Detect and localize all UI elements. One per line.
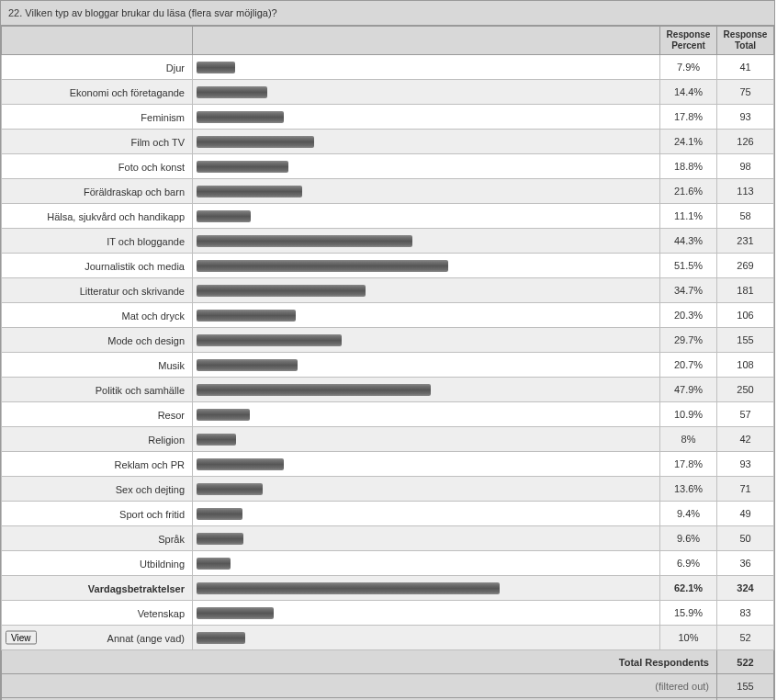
response-percent: 20.7% [660,353,717,378]
bar-cell [193,452,660,477]
bar-cell [193,328,660,353]
bar-cell [193,626,660,650]
row-label: Journalistik och media [84,261,185,272]
response-percent: 11.1% [660,204,717,229]
question-title: 22. Vilken typ av bloggar brukar du läsa… [1,1,774,26]
bar-cell [193,526,660,551]
row-label: Mode och design [107,335,185,346]
row-label-cell: IT och bloggande [2,229,193,254]
row-label-cell: Foto och konst [2,154,193,179]
response-total: 36 [717,551,774,576]
response-percent: 6.9% [660,551,717,576]
response-bar [197,310,296,322]
table-row: Utbildning6.9%36 [2,551,774,576]
table-row: Musik20.7%108 [2,353,774,378]
response-total: 181 [717,278,774,303]
table-row: Reklam och PR17.8%93 [2,452,774,477]
response-total: 71 [717,477,774,502]
table-row: Foto och konst18.8%98 [2,154,774,179]
table-row: Feminism17.8%93 [2,105,774,130]
table-row: Mode och design29.7%155 [2,328,774,353]
row-label: Musik [158,360,185,371]
bar-cell [193,353,660,378]
response-bar [197,409,250,421]
response-percent: 9.6% [660,526,717,551]
bar-cell [193,105,660,130]
summary-label: Total Respondents [2,650,717,674]
response-bar [197,558,231,570]
response-percent: 62.1% [660,576,717,601]
summary-row: Total Respondents522 [2,650,774,674]
results-table: Response Percent Response Total Djur7.9%… [1,26,774,700]
row-label: Resor [158,410,185,421]
table-row: Ekonomi och företagande14.4%75 [2,80,774,105]
row-label-cell: Mat och dryck [2,303,193,328]
row-label-cell: Ekonomi och företagande [2,80,193,105]
response-total: 41 [717,55,774,80]
row-label-cell: Film och TV [2,130,193,154]
response-bar [197,458,284,470]
row-label: Hälsa, sjukvård och handikapp [47,211,185,222]
response-total: 75 [717,80,774,105]
response-total: 57 [717,402,774,427]
response-total: 98 [717,154,774,179]
response-total: 58 [717,204,774,229]
row-label-cell: Mode och design [2,328,193,353]
response-total: 42 [717,427,774,452]
row-label: Mat och dryck [122,310,185,322]
table-row: Sex och dejting13.6%71 [2,477,774,502]
row-label: Annat (ange vad) [107,633,185,644]
bar-cell [193,130,660,154]
row-label: Föräldraskap och barn [84,186,185,198]
row-label-cell: Vardagsbetraktelser [2,576,193,601]
row-label-cell: Djur [2,55,193,80]
bar-cell [193,80,660,105]
row-label-cell: Politik och samhälle [2,378,193,402]
summary-value: 155 [717,674,774,698]
row-label: Vardagsbetraktelser [88,583,185,594]
table-row: Föräldraskap och barn21.6%113 [2,179,774,204]
response-bar [197,483,263,495]
response-total: 324 [717,576,774,601]
header-response-total: Response Total [717,27,774,55]
bar-cell [193,278,660,303]
response-bar [197,334,342,346]
response-bar [197,607,274,619]
header-tot-l1: Response [724,29,768,40]
row-label-cell: Sex och dejting [2,477,193,502]
bar-cell [193,179,660,204]
view-button[interactable]: View [6,631,37,645]
table-row: Hälsa, sjukvård och handikapp11.1%58 [2,204,774,229]
header-tot-l2: Total [735,40,756,51]
table-row: Vardagsbetraktelser62.1%324 [2,576,774,601]
response-total: 83 [717,601,774,626]
response-percent: 24.1% [660,130,717,154]
row-label-cell: Reklam och PR [2,452,193,477]
response-total: 52 [717,626,774,650]
table-row: Journalistik och media51.5%269 [2,254,774,278]
row-label: Språk [158,534,185,545]
response-bar [197,533,243,545]
row-label-cell: Föräldraskap och barn [2,179,193,204]
response-total: 250 [717,378,774,402]
response-total: 106 [717,303,774,328]
summary-value: 522 [717,650,774,674]
row-label-cell: Språk [2,526,193,551]
response-bar [197,508,242,520]
row-label-cell: ViewAnnat (ange vad) [2,626,193,650]
response-bar [197,285,366,297]
header-response-percent: Response Percent [660,27,717,55]
row-label-cell: Feminism [2,105,193,130]
bar-cell [193,576,660,601]
table-row: Politik och samhälle47.9%250 [2,378,774,402]
response-bar [197,136,314,148]
table-row: Vetenskap15.9%83 [2,601,774,626]
row-label: Sex och dejting [116,484,185,495]
response-percent: 10% [660,626,717,650]
row-label-cell: Resor [2,402,193,427]
table-row: Resor10.9%57 [2,402,774,427]
response-bar [197,62,235,73]
table-row: Film och TV24.1%126 [2,130,774,154]
bar-cell [193,601,660,626]
bar-cell [193,477,660,502]
